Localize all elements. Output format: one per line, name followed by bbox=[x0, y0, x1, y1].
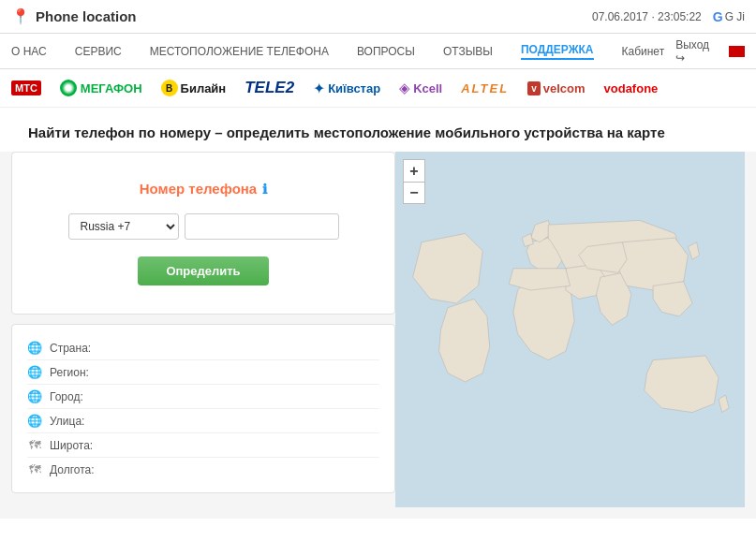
carrier-mts: МТС bbox=[11, 80, 41, 95]
carrier-megafon: МЕГАФОН bbox=[60, 80, 142, 96]
world-map bbox=[395, 152, 745, 507]
carrier-kcell: ◈ Kcell bbox=[399, 80, 442, 96]
phone-input-row: Russia +7 Ukraine +380 Belarus +375 Kaza… bbox=[31, 213, 376, 240]
map-zoom-in[interactable]: + bbox=[403, 159, 425, 182]
nav-item-questions[interactable]: ВОПРОСЫ bbox=[357, 45, 415, 58]
velcom-icon: v bbox=[527, 81, 541, 95]
megafon-icon bbox=[60, 80, 77, 96]
location-icon: 📍 bbox=[11, 7, 30, 25]
result-row-street: 🌐 Улица: bbox=[27, 409, 379, 433]
nav-bar: О НАС СЕРВИС МЕСТОПОЛОЖЕНИЕ ТЕЛЕФОНА ВОП… bbox=[0, 34, 756, 69]
globe-icon-country: 🌐 bbox=[27, 341, 42, 355]
map-icon-lat: 🗺 bbox=[27, 438, 42, 452]
carrier-tele2: TELE2 bbox=[245, 79, 294, 97]
carrier-altel: ALTEL bbox=[461, 81, 509, 95]
kyivstar-icon: ✦ bbox=[313, 80, 325, 97]
phone-label: Номер телефона ℹ bbox=[140, 181, 267, 197]
info-icon[interactable]: ℹ bbox=[262, 182, 267, 197]
beeline-icon: B bbox=[161, 80, 178, 96]
nav-item-service[interactable]: СЕРВИС bbox=[75, 45, 122, 58]
determine-button[interactable]: Определить bbox=[138, 256, 268, 285]
kcell-icon: ◈ bbox=[399, 80, 410, 96]
header-left: 📍 Phone location bbox=[11, 7, 137, 25]
nav-item-support[interactable]: ПОДДЕРЖКА bbox=[521, 43, 594, 60]
result-row-lat: 🗺 Широта: bbox=[27, 433, 379, 458]
result-row-city: 🌐 Город: bbox=[27, 385, 379, 409]
nav-right: Кабинет Выход ↪ bbox=[622, 38, 746, 65]
phone-number-input[interactable] bbox=[185, 213, 339, 240]
map-zoom-out[interactable]: − bbox=[403, 182, 425, 204]
nav-item-location[interactable]: МЕСТОПОЛОЖЕНИЕ ТЕЛЕФОНА bbox=[150, 45, 329, 58]
globe-icon-region: 🌐 bbox=[27, 365, 42, 379]
carrier-velcom: v velcom bbox=[527, 81, 585, 95]
language-flag[interactable] bbox=[729, 46, 745, 57]
site-title: Phone location bbox=[36, 8, 137, 24]
result-row-country: 🌐 Страна: bbox=[27, 336, 379, 360]
nav-cabinet[interactable]: Кабинет bbox=[622, 45, 665, 58]
carriers-banner: МТС МЕГАФОН B Билайн TELE2 ✦ Київстар ◈ … bbox=[0, 69, 756, 108]
page-title: Найти телефон по номеру – определить мес… bbox=[28, 124, 728, 140]
map-controls: + − bbox=[403, 159, 425, 204]
result-row-region: 🌐 Регион: bbox=[27, 360, 379, 385]
globe-icon-city: 🌐 bbox=[27, 389, 42, 403]
phone-form-card: Номер телефона ℹ Russia +7 Ukraine +380 … bbox=[11, 152, 395, 315]
header-datetime: 07.06.2017 · 23:05:22 bbox=[592, 10, 702, 23]
carrier-kyivstar: ✦ Київстар bbox=[313, 80, 380, 97]
map-icon-lon: 🗺 bbox=[27, 462, 42, 476]
nav-logout[interactable]: Выход ↪ bbox=[675, 38, 718, 65]
nav-item-reviews[interactable]: ОТЗЫВЫ bbox=[443, 45, 493, 58]
carrier-beeline: B Билайн bbox=[161, 80, 227, 96]
result-card: 🌐 Страна: 🌐 Регион: 🌐 Город: 🌐 Улица: 🗺 bbox=[11, 324, 395, 493]
header-right: 07.06.2017 · 23:05:22 G G Ji bbox=[592, 9, 745, 24]
main-content: Номер телефона ℹ Russia +7 Ukraine +380 … bbox=[0, 152, 756, 519]
header-google: G G Ji bbox=[713, 9, 745, 24]
country-select[interactable]: Russia +7 Ukraine +380 Belarus +375 Kaza… bbox=[68, 213, 179, 240]
carrier-vodafone: vodafone bbox=[604, 81, 659, 95]
header: 📍 Phone location 07.06.2017 · 23:05:22 G… bbox=[0, 0, 756, 34]
left-panel: Номер телефона ℹ Russia +7 Ukraine +380 … bbox=[11, 152, 395, 507]
page-title-bar: Найти телефон по номеру – определить мес… bbox=[0, 108, 756, 152]
result-row-lon: 🗺 Долгота: bbox=[27, 458, 379, 481]
nav-item-about[interactable]: О НАС bbox=[11, 45, 47, 58]
globe-icon-street: 🌐 bbox=[27, 414, 42, 428]
map-panel[interactable]: + − bbox=[395, 152, 745, 507]
mts-logo: МТС bbox=[11, 80, 41, 95]
